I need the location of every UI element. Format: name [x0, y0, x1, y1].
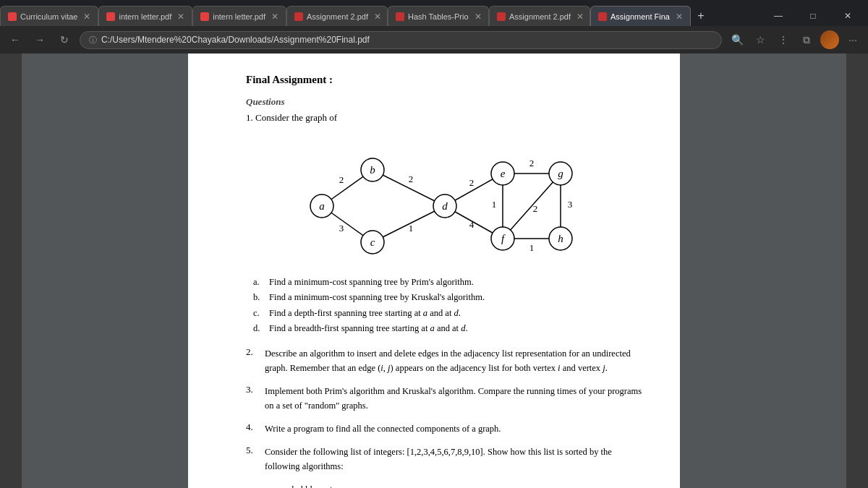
svg-text:1: 1	[409, 223, 414, 234]
maximize-button[interactable]: □	[796, 6, 830, 26]
search-icon[interactable]: 🔍	[728, 30, 746, 49]
tab-label-ht: Hash Tables-Prio	[408, 12, 469, 21]
tab-icon-il2	[200, 12, 209, 21]
svg-text:c: c	[370, 236, 375, 248]
q5-row: 5. Consider the following list of intege…	[246, 445, 644, 474]
more-icon[interactable]: ···	[843, 30, 862, 49]
avatar[interactable]	[820, 30, 839, 49]
address-bar: ← → ↻ ⓘ C:/Users/Mtendere%20Chayaka/Down…	[0, 26, 868, 53]
address-input[interactable]: ⓘ C:/Users/Mtendere%20Chayaka/Downloads/…	[80, 31, 722, 49]
address-text: C:/Users/Mtendere%20Chayaka/Downloads/As…	[101, 35, 370, 45]
graph-container: a b c d e f g h 2 3 2 1	[246, 134, 644, 260]
window-controls: — □ ✕	[762, 6, 868, 26]
tab-cv[interactable]: Curriculum vitae ✕	[0, 6, 98, 26]
tab-label-a2a: Assignment 2.pdf	[307, 12, 368, 21]
q5-text: Consider the following list of integers:…	[265, 445, 644, 474]
part-b-letter: b.	[253, 290, 266, 305]
svg-text:e: e	[501, 168, 506, 179]
q4-text: Write a program to find all the connecte…	[265, 421, 501, 436]
tab-label-cv: Curriculum vitae	[20, 12, 77, 21]
svg-text:d: d	[442, 200, 448, 212]
svg-text:4: 4	[469, 219, 475, 230]
sidebar-left	[0, 53, 22, 488]
part-d-text: Find a breadth-first spanning tree start…	[269, 321, 468, 336]
tab-label-a2b: Assignment 2.pdf	[509, 12, 571, 21]
svg-text:3: 3	[568, 199, 573, 210]
bullet-label: bubble sort	[292, 482, 333, 488]
tab-close-ht[interactable]: ✕	[475, 12, 482, 22]
question-3: 3. Implement both Prim's algorithm and K…	[246, 384, 644, 413]
q4-row: 4. Write a program to find all the conne…	[246, 421, 644, 436]
pdf-content: Final Assignment : Questions 1. Consider…	[22, 53, 846, 488]
svg-text:3: 3	[339, 223, 344, 234]
tab-icon-a2b	[497, 12, 506, 21]
new-tab-button[interactable]: +	[691, 6, 711, 26]
q3-row: 3. Implement both Prim's algorithm and K…	[246, 384, 644, 413]
part-b-text: Find a minimum-cost spanning tree by Kru…	[269, 290, 485, 305]
question-5: 5. Consider the following list of intege…	[246, 445, 644, 474]
tab-bar: Curriculum vitae ✕ intern letter.pdf ✕ i…	[0, 0, 868, 26]
bullet-bubble-sort: • bubble sort	[246, 482, 644, 488]
sidebar-right	[846, 53, 868, 488]
svg-line-9	[503, 174, 561, 239]
tab-il2[interactable]: intern letter.pdf ✕	[192, 6, 286, 26]
svg-text:2: 2	[339, 174, 344, 185]
part-b: b. Find a minimum-cost spanning tree by …	[253, 290, 644, 305]
tab-close-a2a[interactable]: ✕	[374, 12, 381, 22]
part-a-text: Find a minimum-cost spanning tree by Pri…	[269, 275, 474, 290]
svg-text:2: 2	[533, 203, 538, 214]
main-area: Final Assignment : Questions 1. Consider…	[0, 53, 868, 488]
tab-icon-ht	[396, 12, 404, 21]
tab-label-il1: intern letter.pdf	[119, 12, 171, 21]
close-button[interactable]: ✕	[831, 6, 864, 26]
bullet-dot: •	[282, 484, 286, 488]
q2-text: Describe an algorithm to insert and dele…	[265, 346, 644, 375]
svg-text:2: 2	[529, 158, 535, 168]
toolbar-icons: 🔍 ☆ ⋮ ⧉ ···	[728, 30, 862, 49]
q4-num: 4.	[246, 421, 259, 436]
graph-svg: a b c d e f g h 2 3 2 1	[278, 134, 611, 260]
tab-icon-il1	[106, 12, 115, 21]
q2-row: 2. Describe an algorithm to insert and d…	[246, 346, 644, 375]
collections-icon[interactable]: ⧉	[797, 30, 816, 49]
tab-close-af[interactable]: ✕	[676, 12, 683, 22]
tab-close-cv[interactable]: ✕	[83, 12, 90, 22]
tab-close-il1[interactable]: ✕	[177, 12, 184, 22]
tab-a2a[interactable]: Assignment 2.pdf ✕	[286, 6, 388, 26]
svg-text:h: h	[558, 233, 563, 244]
tab-close-a2b[interactable]: ✕	[576, 12, 584, 22]
q2-num: 2.	[246, 346, 259, 375]
tab-close-il2[interactable]: ✕	[271, 12, 278, 22]
pdf-title: Final Assignment :	[246, 74, 644, 86]
tab-icon-a2a	[294, 12, 303, 21]
settings-icon[interactable]: ⋮	[774, 30, 793, 49]
minimize-button[interactable]: —	[762, 6, 795, 26]
pdf-page: Final Assignment : Questions 1. Consider…	[188, 53, 680, 488]
part-a: a. Find a minimum-cost spanning tree by …	[253, 275, 644, 290]
reload-button[interactable]: ↻	[55, 30, 74, 49]
part-a-letter: a.	[253, 275, 266, 290]
svg-text:a: a	[319, 200, 325, 212]
browser-chrome: Curriculum vitae ✕ intern letter.pdf ✕ i…	[0, 0, 868, 53]
part-c: c. Find a depth-first spanning tree star…	[253, 306, 644, 321]
part-c-letter: c.	[253, 306, 266, 321]
svg-text:b: b	[370, 164, 375, 176]
question-4: 4. Write a program to find all the conne…	[246, 421, 644, 436]
tab-icon-cv	[8, 12, 17, 21]
tab-label-il2: intern letter.pdf	[213, 12, 265, 21]
svg-text:2: 2	[469, 177, 475, 188]
svg-text:g: g	[558, 168, 563, 179]
tab-af[interactable]: Assignment Fina ✕	[590, 6, 691, 26]
forward-button[interactable]: →	[30, 30, 49, 49]
tab-a2b[interactable]: Assignment 2.pdf ✕	[489, 6, 590, 26]
favorites-icon[interactable]: ☆	[751, 30, 770, 49]
part-c-text: Find a depth-first spanning tree startin…	[269, 306, 461, 321]
questions-label: Questions	[246, 96, 644, 108]
tab-label-af: Assignment Fina	[610, 12, 670, 21]
back-button[interactable]: ←	[6, 30, 25, 49]
tab-il1[interactable]: intern letter.pdf ✕	[98, 6, 192, 26]
q3-text: Implement both Prim's algorithm and Krus…	[265, 384, 644, 413]
tab-ht[interactable]: Hash Tables-Prio ✕	[388, 6, 489, 26]
q5-num: 5.	[246, 445, 259, 474]
question-2: 2. Describe an algorithm to insert and d…	[246, 346, 644, 375]
